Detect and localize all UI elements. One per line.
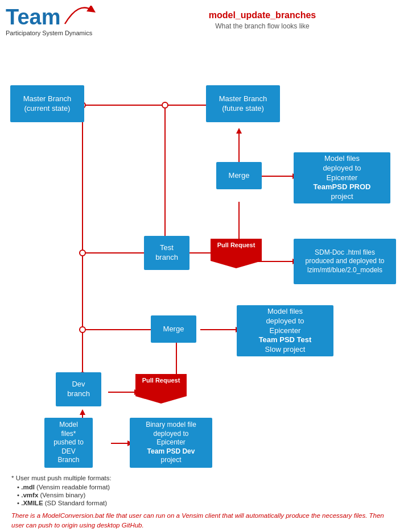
svg-point-4 <box>162 102 168 108</box>
format-item-xmile: .XMILE (SD Standard format) <box>17 500 397 506</box>
model-files-dev-box: Model files* pushed to DEV Branch <box>44 418 93 468</box>
merge-top-box: Merge <box>216 162 262 189</box>
svg-marker-12 <box>236 128 242 134</box>
footer-notes: * User must push multiple formats: .mdl … <box>0 472 408 532</box>
format-mdl-bold: .mdl <box>21 484 35 491</box>
logo-subtitle: Participatory System Dynamics <box>6 30 125 36</box>
format-xmile-text: (SD Standard format) <box>45 500 107 506</box>
epicenter-prod-box: Model files deployed to Epicenter TeamPS… <box>294 152 390 203</box>
svg-marker-26 <box>80 409 85 415</box>
format-item-mdl: .mdl (Vensim readable format) <box>17 484 397 491</box>
logo-team-text: Team <box>6 6 60 28</box>
master-future-box: Master Branch (future state) <box>206 85 280 122</box>
diagram-area: Master Branch (current state) Master Bra… <box>0 51 408 472</box>
svg-point-6 <box>80 250 85 256</box>
header-title-area: model_update_branches What the branch fl… <box>125 6 399 30</box>
format-item-vmfx: .vmfx (Vensim binary) <box>17 492 397 498</box>
note-asterisk: * User must push multiple formats: <box>11 475 397 481</box>
dev-branch-box: Dev branch <box>56 372 101 406</box>
header-subtitle: What the branch flow looks like <box>125 22 399 30</box>
pull-request-bottom: Pull Request <box>135 374 187 404</box>
svg-point-30 <box>80 327 85 332</box>
logo-area: Team Participatory System Dynamics <box>6 6 125 36</box>
binary-dev-box: Binary model file deployed to Epicenter … <box>130 418 212 468</box>
format-mdl-text: (Vensim readable format) <box>36 484 110 491</box>
master-current-box: Master Branch (current state) <box>10 85 84 122</box>
italic-note: There is a ModelConversion.bat file that… <box>11 511 397 531</box>
header: Team Participatory System Dynamics model… <box>0 0 408 48</box>
format-vmfx-text: (Vensim binary) <box>40 492 85 498</box>
format-vmfx-bold: .vmfx <box>21 492 38 498</box>
logo-arc-icon <box>61 6 96 28</box>
format-list: .mdl (Vensim readable format) .vmfx (Ven… <box>17 484 397 506</box>
sdm-doc-box: SDM-Doc .html files produced and deploye… <box>294 239 396 284</box>
format-xmile-bold: .XMILE <box>21 500 43 506</box>
main-title: model_update_branches <box>125 10 399 20</box>
test-branch-box: Test branch <box>144 236 189 270</box>
merge-bottom-box: Merge <box>151 315 196 343</box>
epicenter-test-box: Model files deployed to Epicenter Team P… <box>237 305 333 356</box>
pull-request-top: Pull Request <box>211 239 262 268</box>
logo-text: Team <box>6 6 125 28</box>
